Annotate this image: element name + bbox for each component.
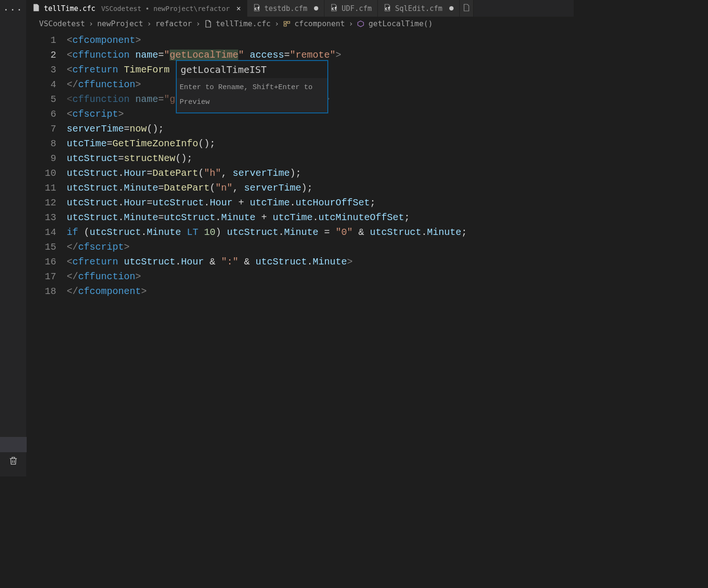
tab-overflow[interactable] [460,0,474,17]
code-editor[interactable]: 123456789101112131415161718 <cfcomponent… [27,30,574,476]
tab-testdb[interactable]: cf testdb.cfm [247,0,324,17]
chevron-right-icon: › [274,19,279,28]
code-line: <cfreturn utcStruct.Hour & ":" & utcStru… [67,254,574,269]
symbol-class-icon [283,19,291,28]
file-icon [204,19,212,28]
tab-label: SqlEdit.cfm [395,4,442,13]
svg-text:cf: cf [385,6,390,11]
code-line: if (utcStruct.Minute LT 10) utcStruct.Mi… [67,225,574,240]
breadcrumb-item[interactable]: newProject [97,19,143,28]
cf-file-icon: cf [253,4,261,13]
code-line: <cfcomponent> [67,33,574,48]
breadcrumb-item[interactable]: getLocalTime() [368,19,433,28]
code-line: utcStruct=structNew(); [67,151,574,166]
rename-hint: Enter to Rename, Shift+Enter to Preview [177,78,327,112]
code-line: </cfscript> [67,240,574,254]
rename-widget: Enter to Rename, Shift+Enter to Preview [176,60,328,113]
code-line: </cffunction> [67,269,574,284]
breadcrumb-item[interactable]: tellTime.cfc [216,19,271,28]
activity-indicator [0,437,27,452]
code-line: </cfcomponent> [67,284,574,299]
breadcrumb-item[interactable]: refactor [155,19,192,28]
tab-label: tellTime.cfc [44,4,95,13]
trash-icon[interactable] [8,459,19,468]
chevron-right-icon: › [196,19,201,28]
rename-input[interactable] [177,61,327,78]
svg-text:cf: cf [254,6,260,11]
close-icon[interactable]: × [236,4,241,13]
cf-file-icon: cf [384,4,391,13]
cf-file-icon: cf [330,4,338,13]
breadcrumb[interactable]: VSCodetest › newProject › refactor › tel… [27,17,574,30]
chevron-right-icon: › [147,19,152,28]
symbol-method-icon [357,19,364,28]
modified-dot-icon [314,6,318,10]
modified-dot-icon [449,6,454,10]
tab-udf[interactable]: cf UDF.cfm [324,0,378,17]
line-gutter: 123456789101112131415161718 [27,30,67,476]
activity-bar: ··· [0,0,27,476]
breadcrumb-item[interactable]: VSCodetest [39,19,85,28]
cf-file-icon [463,4,470,13]
tab-label: UDF.cfm [342,4,372,13]
chevron-right-icon: › [349,19,354,28]
more-icon[interactable]: ··· [0,0,26,15]
chevron-right-icon: › [89,19,93,28]
breadcrumb-item[interactable]: cfcomponent [294,19,345,28]
tab-telltime[interactable]: tellTime.cfc VSCodetest • newProject\ref… [27,0,247,17]
tab-sqledit[interactable]: cf SqlEdit.cfm [378,0,459,17]
editor-tabs: tellTime.cfc VSCodetest • newProject\ref… [27,0,574,17]
tab-sublabel: VSCodetest • newProject\refactor [101,5,230,12]
code-line: utcStruct.Minute=utcStruct.Minute + utcT… [67,210,574,225]
code-line: utcStruct.Hour=DatePart("h", serverTime)… [67,166,574,181]
tab-label: testdb.cfm [264,4,307,13]
code-area[interactable]: <cfcomponent> <cffunction name="getLocal… [67,30,574,476]
file-icon [32,4,40,13]
code-line: utcTime=GetTimeZoneInfo(); [67,136,574,151]
code-line: serverTime=now(); [67,122,574,136]
svg-text:cf: cf [332,6,337,11]
code-line: utcStruct.Minute=DatePart("n", serverTim… [67,181,574,195]
code-line: utcStruct.Hour=utcStruct.Hour + utcTime.… [67,195,574,210]
